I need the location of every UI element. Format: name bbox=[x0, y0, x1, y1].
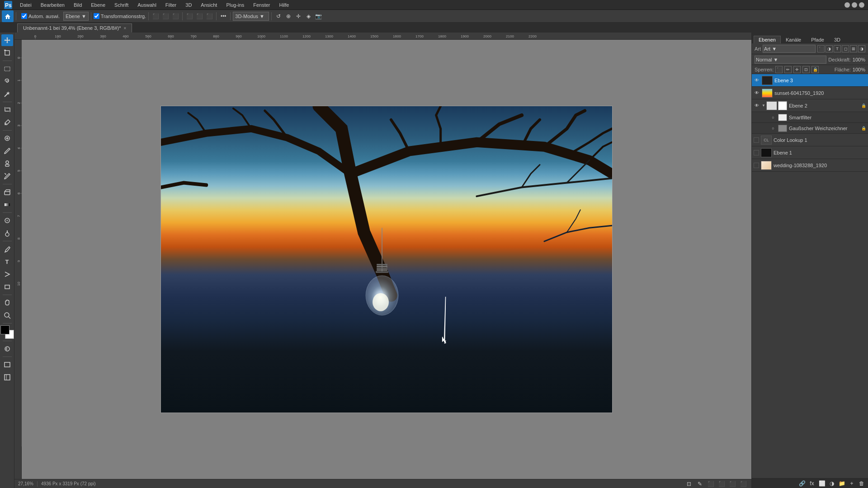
align-vcenter-btn[interactable]: ⬛ bbox=[161, 12, 170, 21]
maximize-btn[interactable] bbox=[852, 2, 857, 8]
menu-bearbeiten[interactable]: Bearbeiten bbox=[37, 1, 68, 9]
tool-pen[interactable] bbox=[1, 243, 13, 255]
layer-visibility-ebene2[interactable]: 👁 bbox=[754, 103, 760, 109]
menu-ansicht[interactable]: Ansicht bbox=[197, 1, 221, 9]
add-style-btn[interactable]: fx bbox=[807, 479, 816, 488]
align-left-btn[interactable]: ⬛ bbox=[185, 12, 194, 21]
statusbar-btn-4[interactable]: ⬛ bbox=[717, 479, 726, 488]
fill-value[interactable]: 100% bbox=[853, 67, 865, 72]
layer-item-wedding[interactable]: wedding-1083288_1920 bbox=[752, 159, 868, 172]
align-hcenter-btn[interactable]: ⬛ bbox=[195, 12, 204, 21]
rotate-btn[interactable]: ↺ bbox=[274, 12, 283, 21]
filter-shape-btn[interactable]: ◻ bbox=[842, 45, 849, 52]
tool-quickmask[interactable] bbox=[1, 343, 13, 355]
filter-smart-btn[interactable]: ⊞ bbox=[850, 45, 857, 52]
statusbar-btn-1[interactable]: ⊡ bbox=[684, 479, 693, 488]
menu-filter[interactable]: Filter bbox=[162, 1, 180, 9]
align-bottom-btn[interactable]: ⬛ bbox=[171, 12, 180, 21]
opacity-value[interactable]: 100% bbox=[853, 57, 865, 62]
layer-visibility-wedding[interactable] bbox=[754, 163, 759, 168]
menu-auswahl[interactable]: Auswahl bbox=[134, 1, 160, 9]
tool-text[interactable]: T bbox=[1, 256, 13, 267]
tool-zoom[interactable] bbox=[1, 310, 13, 321]
tool-dodge[interactable] bbox=[1, 227, 13, 239]
tool-heal[interactable] bbox=[1, 132, 13, 144]
layer-item-ebene3[interactable]: 👁 Ebene 3 bbox=[752, 74, 868, 87]
obj-btn[interactable]: ◈ bbox=[304, 12, 313, 21]
sublayer-smartfilter[interactable]: ○ Smartfilter bbox=[752, 112, 868, 123]
tool-lasso[interactable] bbox=[1, 75, 13, 87]
ebene-dropdown[interactable]: Ebene ▼ bbox=[63, 12, 89, 21]
tool-screenmode[interactable] bbox=[1, 359, 13, 371]
tab-kanaele[interactable]: Kanäle bbox=[781, 36, 806, 43]
layer-visibility-ebene3[interactable]: 👁 bbox=[754, 77, 760, 84]
autom-checkbox[interactable] bbox=[21, 13, 27, 19]
pan-btn[interactable]: ✛ bbox=[294, 12, 303, 21]
menu-hilfe[interactable]: Hilfe bbox=[275, 1, 292, 9]
layer-visibility-ebene1[interactable] bbox=[754, 150, 759, 155]
tool-hand[interactable] bbox=[1, 297, 13, 309]
tool-gradient[interactable] bbox=[1, 199, 13, 211]
tool-eraser[interactable] bbox=[1, 186, 13, 198]
lock-all-btn[interactable]: 🔒 bbox=[811, 66, 819, 73]
menu-plugins[interactable]: Plug-ins bbox=[222, 1, 248, 9]
tool-artboard[interactable] bbox=[1, 47, 13, 59]
filter-adjust-btn[interactable]: ◑ bbox=[826, 45, 833, 52]
filter-text-btn[interactable]: T bbox=[834, 45, 841, 52]
lock-transparency-btn[interactable]: ⬛ bbox=[775, 66, 783, 73]
filter-pixel-btn[interactable]: ⬛ bbox=[817, 45, 825, 52]
tab-ebenen[interactable]: Ebenen bbox=[754, 36, 781, 43]
lock-artboard-btn[interactable]: ⊡ bbox=[802, 66, 810, 73]
lock-position-btn[interactable]: ✛ bbox=[793, 66, 801, 73]
3d-mode-dropdown[interactable]: 3D-Modus ▼ bbox=[233, 12, 269, 21]
layer-visibility-gauss[interactable]: ○ bbox=[770, 125, 776, 131]
layer-visibility-colorlookup[interactable] bbox=[754, 137, 759, 143]
align-right-btn[interactable]: ⬛ bbox=[205, 12, 214, 21]
tool-extra[interactable] bbox=[1, 371, 13, 383]
layer-item-colorlookup[interactable]: CL Color Lookup 1 bbox=[752, 134, 868, 146]
delete-layer-btn[interactable]: 🗑 bbox=[857, 479, 866, 488]
layer-item-ebene2[interactable]: 👁 ▼ Ebene 2 🔒 bbox=[752, 99, 868, 112]
statusbar-btn-2[interactable]: ✎ bbox=[695, 479, 704, 488]
layer-visibility-sunset[interactable]: 👁 bbox=[754, 90, 760, 96]
add-adjustment-btn[interactable]: ◑ bbox=[827, 479, 836, 488]
filter-toggle-btn[interactable]: ◑ bbox=[858, 45, 865, 52]
tool-marquee[interactable] bbox=[1, 63, 13, 75]
zoom-3d-btn[interactable]: ⊕ bbox=[284, 12, 293, 21]
statusbar-btn-6[interactable]: ⬛ bbox=[739, 479, 748, 488]
transform-checkbox[interactable] bbox=[94, 13, 99, 19]
add-group-btn[interactable]: 📁 bbox=[837, 479, 846, 488]
tool-brush[interactable] bbox=[1, 145, 13, 157]
lock-paint-btn[interactable]: ✏ bbox=[784, 66, 792, 73]
close-btn[interactable] bbox=[859, 2, 864, 8]
more-options-btn[interactable]: ••• bbox=[219, 12, 228, 21]
tab-pfade[interactable]: Pfade bbox=[806, 36, 829, 43]
tab-3d[interactable]: 3D bbox=[829, 36, 845, 43]
tab-close-btn[interactable]: × bbox=[123, 26, 126, 31]
add-layer-btn[interactable]: + bbox=[847, 479, 856, 488]
align-top-btn[interactable]: ⬛ bbox=[151, 12, 160, 21]
tool-history-brush[interactable] bbox=[1, 170, 13, 182]
autom-btn[interactable]: Autom. auswi. bbox=[19, 11, 62, 21]
tool-crop[interactable] bbox=[1, 104, 13, 116]
statusbar-btn-5[interactable]: ⬛ bbox=[728, 479, 737, 488]
tool-stamp[interactable] bbox=[1, 158, 13, 169]
tool-shape[interactable] bbox=[1, 281, 13, 293]
statusbar-btn-3[interactable]: ⬛ bbox=[706, 479, 715, 488]
menu-bild[interactable]: Bild bbox=[70, 1, 85, 9]
tool-eyedropper[interactable] bbox=[1, 117, 13, 128]
document-tab[interactable]: Unbenannt-1 bei 39,4% (Ebene 3, RGB/8#)*… bbox=[17, 23, 132, 33]
menu-ebene[interactable]: Ebene bbox=[87, 1, 109, 9]
menu-schrift[interactable]: Schrift bbox=[111, 1, 132, 9]
blend-mode-dropdown[interactable]: Normal ▼ bbox=[755, 56, 826, 64]
tool-magic-wand[interactable] bbox=[1, 88, 13, 100]
minimize-btn[interactable] bbox=[844, 2, 850, 8]
filter-type-dropdown[interactable]: Art ▼ bbox=[763, 45, 816, 53]
foreground-color[interactable] bbox=[0, 325, 9, 334]
home-button[interactable] bbox=[2, 10, 14, 22]
link-layers-btn[interactable]: 🔗 bbox=[797, 479, 807, 488]
layer-item-ebene1[interactable]: Ebene 1 bbox=[752, 146, 868, 159]
tool-move[interactable] bbox=[1, 34, 13, 46]
cam-btn[interactable]: 📷 bbox=[314, 12, 323, 21]
layer-visibility-smartfilter[interactable]: ○ bbox=[770, 114, 776, 121]
